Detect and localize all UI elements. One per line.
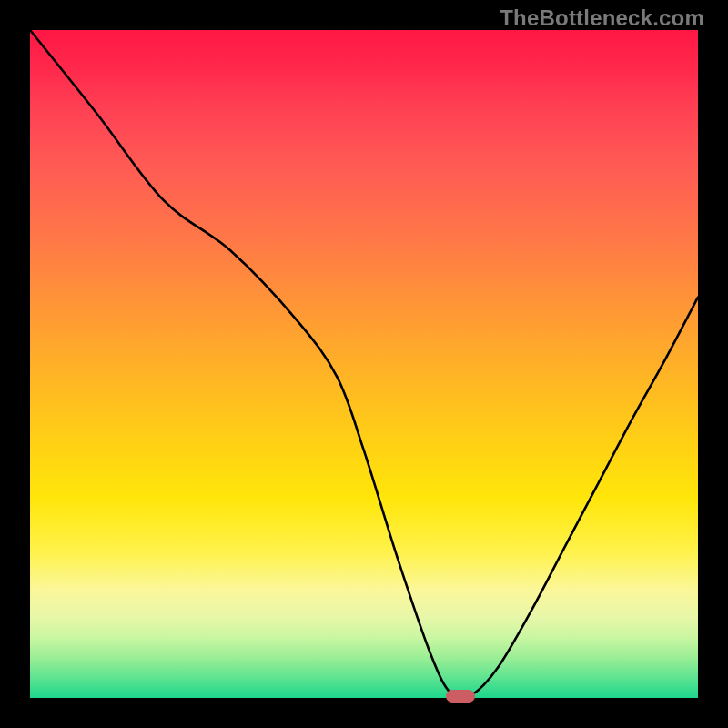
chart-frame: TheBottleneck.com bbox=[0, 0, 728, 728]
chart-svg bbox=[30, 30, 698, 698]
bottleneck-curve-line bbox=[30, 30, 698, 698]
optimal-indicator-marker bbox=[446, 690, 475, 703]
watermark-text: TheBottleneck.com bbox=[500, 5, 704, 31]
